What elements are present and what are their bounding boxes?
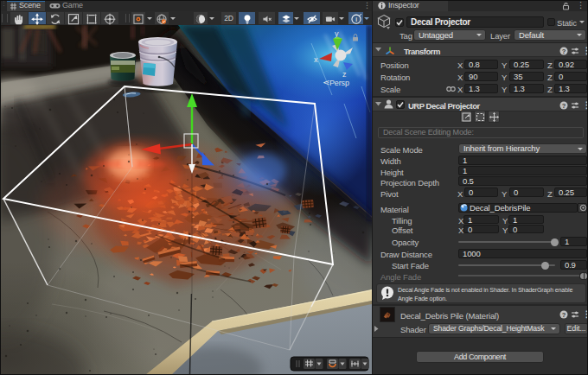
svg-text:⋖: ⋖ — [323, 78, 329, 87]
svg-text:?: ? — [562, 102, 566, 110]
svg-text:Persp: Persp — [329, 79, 349, 87]
svg-text:x: x — [314, 55, 318, 64]
svg-text:?: ? — [562, 48, 566, 55]
svg-text:i: i — [355, 16, 357, 23]
svg-text:y: y — [335, 29, 339, 38]
svg-text:?: ? — [562, 311, 566, 319]
svg-text:z: z — [342, 70, 347, 79]
